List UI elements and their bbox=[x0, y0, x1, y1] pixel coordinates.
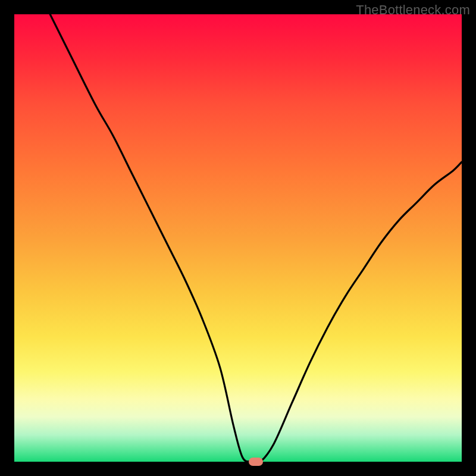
curve-path bbox=[50, 14, 462, 464]
watermark-text: TheBottleneck.com bbox=[356, 2, 470, 18]
optimum-marker bbox=[249, 458, 263, 466]
bottleneck-curve bbox=[14, 14, 462, 462]
chart-frame: TheBottleneck.com bbox=[0, 0, 476, 476]
plot-area bbox=[14, 14, 462, 462]
